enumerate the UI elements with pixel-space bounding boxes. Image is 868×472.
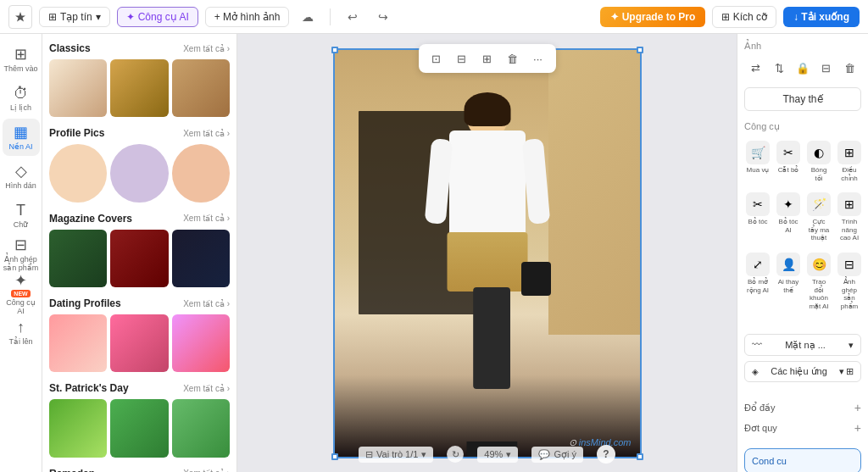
template-thumb[interactable]: [172, 59, 230, 117]
template-thumb[interactable]: [49, 314, 107, 372]
upload-label: Tải lên: [8, 338, 32, 347]
tool-ai-replace[interactable]: 👤 Ai thay thế: [775, 249, 802, 314]
tool-remove-hair[interactable]: ✂ Bỏ tóc: [744, 189, 771, 246]
dating-grid: [49, 314, 230, 372]
templates-panel: Classics Xem tất cả › Profile Pics Xem t…: [42, 34, 237, 472]
redo-btn[interactable]: ↪: [371, 5, 395, 29]
more-tool-btn[interactable]: ···: [527, 47, 549, 69]
help-btn[interactable]: ?: [597, 445, 615, 464]
tool-face-swap[interactable]: 😊 Trao đổi khuôn mặt AI: [805, 249, 832, 314]
effects-dropdown[interactable]: ◈ Các hiệu ứng ▾ ⊞: [744, 361, 861, 382]
tool-magic-eraser[interactable]: 🪄 Cực tẩy ma thuật: [805, 189, 832, 246]
background-icon: ▦: [14, 123, 28, 142]
profile-see-all[interactable]: Xem tất cả ›: [183, 129, 230, 138]
open-image-label: + Mở hình ảnh: [214, 11, 281, 23]
sidebar-item-shapes[interactable]: ◇ Hình dán: [3, 158, 40, 195]
handle-br[interactable]: [637, 453, 643, 460]
magazine-title: Magazine Covers: [49, 213, 132, 225]
handle-tl[interactable]: [331, 47, 338, 53]
copy-btn[interactable]: ⊟: [815, 57, 837, 79]
template-section-dating: Dating Profiles Xem tất cả ›: [49, 297, 230, 372]
zoom-info[interactable]: 49% ▾: [477, 447, 518, 463]
handle-tr[interactable]: [637, 47, 643, 53]
flip-v-btn[interactable]: ⇅: [768, 57, 790, 79]
text-label: Chữ: [14, 221, 29, 230]
download-label: ↓ Tải xuống: [793, 11, 849, 23]
tool-expand-ai[interactable]: ⤢ Bỏ mở rộng AI: [744, 249, 771, 314]
new-badge: NEW: [11, 290, 30, 297]
upgrade-btn[interactable]: ✦ Upgrade to Pro: [600, 7, 705, 27]
template-thumb[interactable]: [110, 144, 168, 202]
ai-icon: ✦: [14, 271, 27, 290]
sidebar-item-ai[interactable]: ✦ NEW Công cụ AI: [3, 275, 40, 312]
curve-add-btn[interactable]: +: [854, 421, 861, 435]
enhance-ai-label: Trình nâng cao AI: [837, 218, 861, 242]
profile-grid: [49, 144, 230, 202]
replace-btn[interactable]: Thay thế: [744, 87, 861, 111]
template-thumb[interactable]: [110, 230, 168, 287]
sidebar-item-text[interactable]: T Chữ: [3, 197, 40, 234]
download-btn[interactable]: ↓ Tải xuống: [783, 7, 860, 27]
expand-ai-icon: ⤢: [746, 253, 770, 276]
template-thumb[interactable]: [49, 230, 107, 287]
tool-enhance-ai[interactable]: ⊞ Trình nâng cao AI: [836, 189, 863, 246]
ramadan-header: Ramadan Xem tất cả ›: [49, 468, 230, 472]
mask-dropdown[interactable]: 〰 Mặt nạ ... ▾: [744, 334, 861, 356]
template-section-classics: Classics Xem tất cả ›: [49, 42, 230, 117]
open-image-btn[interactable]: + Mở hình ảnh: [205, 7, 290, 27]
tool-remove-hair-ai[interactable]: ✦ Bỏ tóc AI: [775, 189, 802, 246]
tool-buy[interactable]: 🛒 Mua vụ: [744, 137, 771, 186]
template-thumb[interactable]: [172, 144, 230, 202]
feedback-btn[interactable]: 💬 Gợi ý: [531, 447, 583, 463]
template-thumb[interactable]: [49, 144, 107, 202]
shapes-icon: ◇: [15, 162, 27, 180]
delete-tool-btn[interactable]: 🗑: [502, 47, 524, 69]
remove-hair-ai-label: Bỏ tóc AI: [776, 218, 800, 234]
classics-see-all[interactable]: Xem tất cả ›: [183, 44, 230, 53]
templates-btn[interactable]: ⊞ Tạp tín ▾: [39, 7, 110, 27]
cond-cu-box: Cond cu: [744, 448, 861, 472]
template-thumb[interactable]: [110, 59, 168, 117]
sidebar-item-history[interactable]: ⏱ Lị lịch: [3, 80, 40, 117]
template-thumb[interactable]: [49, 399, 107, 457]
aspect-tool-btn[interactable]: ⊞: [476, 47, 498, 69]
patrick-see-all[interactable]: Xem tất cả ›: [183, 384, 230, 393]
template-thumb[interactable]: [172, 399, 230, 457]
template-thumb[interactable]: [110, 399, 168, 457]
copy-tool-btn[interactable]: ⊟: [451, 47, 473, 69]
tool-crop[interactable]: ✂ Cắt bỏ: [775, 137, 802, 186]
tool-adjust[interactable]: ⊞ Điều chỉnh: [836, 137, 863, 186]
lock-btn[interactable]: 🔒: [792, 57, 814, 79]
size-btn[interactable]: ⊞ Kích cỡ: [712, 6, 776, 28]
expand-ai-label: Bỏ mở rộng AI: [746, 278, 770, 294]
flip-h-btn[interactable]: ⇄: [745, 57, 767, 79]
dropdown-icon: ▾: [96, 11, 101, 23]
ai-tools-btn[interactable]: ✦ Công cụ AI: [117, 7, 198, 27]
effects-settings-icon[interactable]: ⊞: [846, 366, 854, 377]
cloud-btn[interactable]: ☁: [296, 5, 320, 29]
sidebar-item-upload[interactable]: ↑ Tải lên: [3, 314, 40, 351]
rotate-handle[interactable]: ↻: [447, 446, 464, 463]
template-thumb[interactable]: [172, 314, 230, 372]
canvas-image-container[interactable]: ⊙ insMind.com: [333, 48, 642, 458]
handle-bl[interactable]: [331, 453, 338, 460]
tool-shadow[interactable]: ◐ Bóng tối: [805, 137, 832, 186]
magazine-see-all[interactable]: Xem tất cả ›: [183, 214, 230, 223]
template-section-ramadan: Ramadan Xem tất cả ›: [49, 468, 230, 472]
undo-btn[interactable]: ↩: [341, 5, 364, 29]
ramadan-see-all[interactable]: Xem tất cả ›: [183, 469, 230, 472]
trash-btn[interactable]: 🗑: [838, 57, 860, 79]
sidebar-item-templates[interactable]: ⊞ Thêm vào: [3, 41, 40, 78]
template-thumb[interactable]: [172, 230, 230, 287]
template-thumb[interactable]: [49, 59, 107, 117]
dating-see-all[interactable]: Xem tất cả ›: [183, 299, 230, 308]
crop-tool-btn[interactable]: ⊡: [426, 47, 448, 69]
fill-add-btn[interactable]: +: [854, 401, 861, 414]
tools-grid: 🛒 Mua vụ ✂ Cắt bỏ ◐ Bóng tối ⊞ Điều chỉn…: [744, 137, 861, 314]
sidebar-item-photos[interactable]: ⊟ Ảnh ghép sản phẩm: [3, 236, 40, 273]
sidebar-item-background[interactable]: ▦ Nền AI: [3, 119, 40, 156]
canvas-area[interactable]: ⊡ ⊟ ⊞ 🗑 ···: [237, 34, 737, 472]
tool-product-photo[interactable]: ⊟ Ảnh ghép sản phẩm: [836, 249, 863, 314]
template-thumb[interactable]: [110, 314, 168, 372]
text-icon: T: [16, 202, 25, 219]
